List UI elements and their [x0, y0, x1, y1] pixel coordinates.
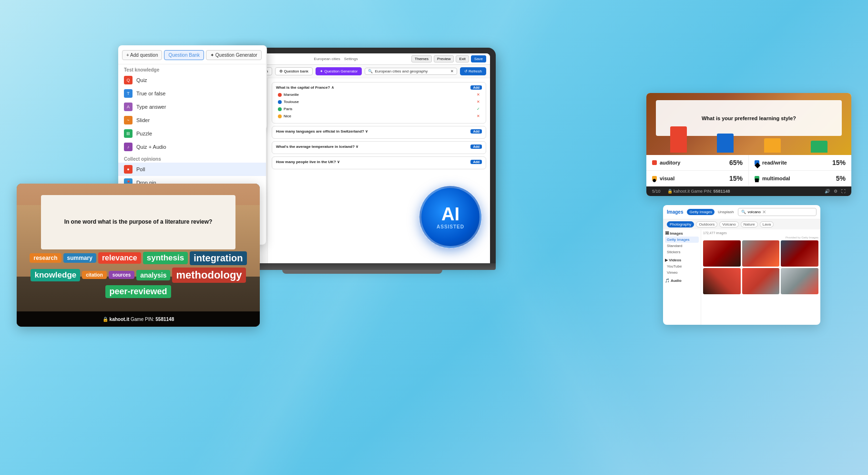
typeanswer-label: Type answer: [136, 104, 166, 110]
poll-question: What is your preferred learning style?: [702, 115, 796, 121]
img-cell-3[interactable]: [781, 240, 818, 267]
editor-search-field[interactable]: 🔍 European cities and geography ✕: [365, 68, 457, 75]
save-btn[interactable]: Save: [471, 55, 486, 62]
exit-btn[interactable]: Exit: [456, 55, 469, 62]
poll-classroom-bg: What is your preferred learning style?: [646, 93, 851, 155]
board-question-text: In one word what is the purpose of a lit…: [64, 218, 213, 226]
themes-btn[interactable]: Themes: [411, 55, 432, 62]
img-search-icon: 🔍: [741, 210, 746, 214]
bar-chart: [656, 124, 842, 153]
img-cell-2[interactable]: [742, 240, 780, 267]
poll-sound-icon[interactable]: 🔊: [825, 189, 830, 194]
poll-footer: 5/10 🔒 kahoot.it Game PIN: 5581148 🔊 ⚙ ⛶: [646, 186, 851, 196]
ai-text: AI: [441, 205, 460, 223]
editor-add-toolbar: + Add question ⚙ Question bank ✦ Questio…: [235, 65, 490, 78]
img-section-audio: 🎵 Audio: [665, 279, 699, 283]
et-question-bank[interactable]: ⚙ Question bank: [275, 67, 313, 75]
add-chip-3[interactable]: Add: [470, 145, 482, 149]
filter-outdoors[interactable]: Outdoors: [696, 221, 717, 227]
img-tab-unsplash[interactable]: Unsplash: [715, 209, 736, 215]
poll-fullscreen-icon[interactable]: ⛶: [841, 189, 846, 194]
poll-icon: ●: [124, 165, 133, 174]
menu-item-truefalse[interactable]: T True or false: [118, 87, 266, 100]
label-readwrite: read/write: [762, 160, 829, 165]
tab-settings[interactable]: Settings: [344, 57, 358, 61]
add-chip-2[interactable]: Add: [470, 129, 482, 134]
pct-readwrite: 15%: [832, 159, 846, 166]
filter-volcano[interactable]: Volcano: [719, 221, 738, 227]
poll-settings-icon[interactable]: ⚙: [834, 189, 837, 194]
question-title-1: What is the capital of France? ∧ Add: [276, 85, 482, 90]
question-card-3: What's the average temperature in Icelan…: [272, 141, 486, 154]
menu-item-quizaudio[interactable]: ♪ Quiz + Audio: [118, 140, 266, 154]
stat-multimodal: ■ multimodal 5%: [749, 171, 851, 186]
add-chip-1[interactable]: Add: [470, 85, 482, 90]
img-filter-row: Photography Outdoors Volcano Nature Lava: [663, 219, 820, 229]
img-sidebar-stickers[interactable]: Stickers: [665, 249, 699, 255]
menu-item-puzzle[interactable]: ⊞ Puzzle: [118, 127, 266, 140]
question-bank-btn[interactable]: Question Bank: [164, 50, 204, 60]
img-sidebar-row: 🖼 Images Getty Images Standard Stickers …: [663, 229, 820, 325]
img-cell-6[interactable]: [781, 268, 818, 294]
puzzle-label: Puzzle: [136, 131, 152, 136]
stat-visual: ● visual 15%: [646, 171, 749, 186]
question-title-2: How many languages are official in Switz…: [276, 129, 482, 134]
img-search-clear[interactable]: ✕: [762, 209, 766, 215]
word-relevance: relevance: [98, 252, 141, 264]
dot-readwrite: ◆: [755, 160, 759, 165]
answer-toulouse: Toulouse ✕: [276, 99, 482, 105]
img-sidebar-standard[interactable]: Standard: [665, 243, 699, 249]
word-cloud-area: research summary relevance synthesis int…: [29, 251, 248, 298]
img-sidebar-getty[interactable]: Getty Images: [665, 237, 699, 243]
dot-multimodal: ■: [755, 176, 759, 181]
preview-btn[interactable]: Preview: [434, 55, 454, 62]
img-sidebar-videos-title: ▶ Videos: [665, 258, 699, 262]
et-question-gen[interactable]: ✦ Question Generator: [316, 67, 362, 75]
quizaudio-label: Quiz + Audio: [136, 144, 166, 150]
text-marseille: Marseille: [284, 93, 299, 97]
question-title-4: How many people live in the UK? ∨ Add: [276, 160, 482, 164]
img-cell-1[interactable]: [703, 240, 741, 267]
img-cell-5[interactable]: [742, 268, 780, 294]
tab-european-cities[interactable]: European cities: [314, 57, 340, 61]
filter-lava[interactable]: Lava: [760, 221, 774, 227]
poll-progress: 5/10: [652, 189, 661, 194]
word-sources: sources: [109, 271, 134, 279]
stat-auditory: auditory 65%: [646, 155, 749, 171]
add-question-btn[interactable]: + Add question: [122, 50, 162, 60]
img-sidebar-youtube[interactable]: YouTube: [665, 263, 699, 269]
word-synthesis: synthesis: [143, 252, 188, 264]
filter-photography[interactable]: Photography: [667, 221, 694, 227]
search-clear-icon[interactable]: ✕: [450, 69, 454, 73]
img-tab-getty[interactable]: Getty Images: [687, 209, 715, 215]
laptop-stand: [282, 270, 442, 274]
menu-item-slider[interactable]: ~ Slider: [118, 114, 266, 127]
menu-item-poll[interactable]: ● Poll: [118, 163, 266, 176]
img-sidebar-vimeo[interactable]: Vimeo: [665, 269, 699, 276]
add-chip-4[interactable]: Add: [470, 160, 482, 164]
poll-panel: What is your preferred learning style? a…: [646, 93, 851, 196]
x-marseille: ✕: [477, 93, 480, 97]
img-sidebar-images-title: 🖼 Images: [665, 231, 699, 236]
quiz-icon: Q: [124, 76, 133, 84]
img-search-header: Images Getty Images Unsplash 🔍 volcano ✕: [663, 205, 820, 219]
word-analysis: analysis: [136, 270, 170, 280]
refresh-btn[interactable]: ↺ Refresh: [460, 67, 486, 75]
filter-nature[interactable]: Nature: [741, 221, 758, 227]
collect-opinions-label: Collect opinions: [118, 154, 266, 163]
pct-visual: 15%: [729, 175, 743, 182]
bar-auditory: [670, 126, 687, 153]
image-search-panel: Images Getty Images Unsplash 🔍 volcano ✕…: [663, 205, 820, 325]
question-card-4: How many people live in the UK? ∨ Add: [272, 156, 486, 169]
question-generator-btn[interactable]: ✦ Question Generator: [206, 50, 262, 60]
question-text-2: How many languages are official in Switz…: [276, 129, 368, 134]
img-search-bar[interactable]: 🔍 volcano ✕: [738, 208, 817, 216]
menu-item-quiz[interactable]: Q Quiz: [118, 73, 266, 87]
menu-item-typeanswer[interactable]: A Type answer: [118, 100, 266, 114]
search-text: European cities and geography: [375, 69, 428, 73]
label-auditory: auditory: [660, 160, 726, 165]
img-cell-4[interactable]: [703, 268, 741, 294]
check-paris: ✓: [477, 107, 480, 111]
img-section-videos: ▶ Videos YouTube Vimeo: [665, 258, 699, 276]
answer-marseille: Marseille ✕: [276, 92, 482, 98]
